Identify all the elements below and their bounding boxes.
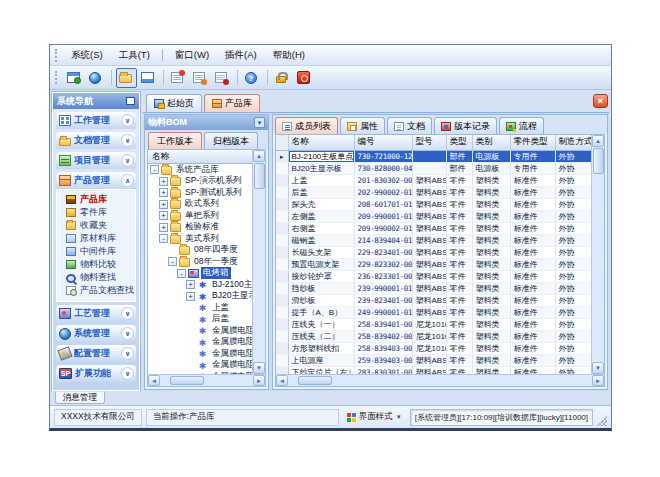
close-document-button[interactable] <box>593 94 608 108</box>
doc-new-button[interactable] <box>168 68 189 88</box>
navigation-panel-icon[interactable] <box>126 97 135 105</box>
column-header[interactable]: 类别 <box>472 135 510 150</box>
tree-horizontal-scrollbar[interactable] <box>148 374 265 386</box>
expand-icon[interactable]: + <box>159 188 168 197</box>
detail-tab[interactable]: 版本记录 <box>434 117 497 134</box>
table-row[interactable]: 长磁头支架229-823401-00X塑料ABS零件塑料类标准件外协条 <box>276 246 605 258</box>
tree-item[interactable]: +单把系列 <box>148 210 252 222</box>
table-row[interactable]: 探头壳208-601701-01X塑料ABS零件塑料类标准件外协条 <box>276 198 605 210</box>
table-row[interactable]: 方形塑料线扣258-839403-00X尼龙1010零件塑料类标准件外协条 <box>276 342 605 354</box>
column-header[interactable]: 编号 <box>354 135 412 150</box>
help-button[interactable] <box>242 68 263 88</box>
table-row[interactable]: 滑纱板239-823401-00X塑料ABS零件塑料类标准件外协条 <box>276 294 605 306</box>
collapse-icon[interactable]: - <box>168 257 177 266</box>
tree-column-header[interactable]: 名称 <box>148 150 252 164</box>
globe-button[interactable] <box>86 68 107 88</box>
collapse-icon[interactable]: - <box>159 234 168 243</box>
table-row[interactable]: 后盖202-990002-01X塑料ABS零件塑料类标准件外协条 <box>276 186 605 198</box>
table-row[interactable]: 左侧盖209-990001-01X塑料ABS零件塑料类标准件外协条 <box>276 210 605 222</box>
chevron-down-icon[interactable]: ∨ <box>121 154 134 167</box>
scroll-down-button[interactable] <box>592 362 604 374</box>
menu-item[interactable]: 工具(T) <box>111 47 158 64</box>
doc-close-button[interactable] <box>212 68 233 88</box>
chevron-down-icon[interactable]: ∨ <box>121 367 134 380</box>
detail-tab[interactable]: 属性 <box>340 117 385 134</box>
collapse-icon[interactable]: - <box>150 165 159 174</box>
column-header[interactable]: 类型 <box>446 135 472 150</box>
menu-item[interactable]: 帮助(H) <box>265 47 313 64</box>
tree-item[interactable]: +检验标准 <box>148 222 252 234</box>
version-tab[interactable]: 归档版本 <box>204 132 258 149</box>
tree-vertical-scrollbar[interactable] <box>252 150 265 374</box>
chevron-down-icon[interactable]: ∨ <box>121 347 134 360</box>
table-row[interactable]: 挡纱板239-990001-01X塑料ABS零件塑料类标准件外协条 <box>276 282 605 294</box>
tree-item[interactable]: -08年一季度 <box>148 256 252 268</box>
sidebar-item[interactable]: 原材料库 <box>57 232 135 245</box>
table-row[interactable]: ▸BJ-2100主板单点730-721000-12X部件电源板专用件外协颗 <box>276 150 605 162</box>
expand-icon[interactable]: + <box>159 177 168 186</box>
expand-icon[interactable]: + <box>186 280 195 289</box>
exit-button[interactable] <box>294 68 315 88</box>
chevron-down-icon[interactable]: ∨ <box>121 327 134 340</box>
grid-horizontal-scrollbar[interactable] <box>276 374 604 386</box>
lock-button[interactable] <box>272 68 293 88</box>
column-header[interactable]: 零件类型 <box>510 135 555 150</box>
table-row[interactable]: 右侧盖209-990002-01X塑料ABS零件塑料类标准件外协条 <box>276 222 605 234</box>
expand-icon[interactable]: + <box>186 292 195 301</box>
table-row[interactable]: BJ20主显示板730-828000-04X部件电源板专用件外协颗 <box>276 162 605 174</box>
table-row[interactable]: 压线夹（二）258-839402-00X尼龙1010零件塑料类标准件外协条 <box>276 330 605 342</box>
chevron-down-icon[interactable]: ∨ <box>121 307 134 320</box>
chevron-up-icon[interactable]: ∧ <box>121 174 134 187</box>
menubar-grip[interactable] <box>55 49 60 62</box>
detail-tab[interactable]: 成员列表 <box>275 117 338 134</box>
tree-item[interactable]: +欧式系列 <box>148 199 252 211</box>
chevron-down-icon[interactable]: ∨ <box>121 114 134 127</box>
table-row[interactable]: 接纱轮护罩236-823301-00X塑料ABS零件塑料类标准件外协条 <box>276 270 605 282</box>
sidebar-group-header[interactable]: 系统管理∨ <box>56 325 136 342</box>
sidebar-group-header[interactable]: 配置管理∨ <box>56 345 136 362</box>
table-row[interactable]: 上盖201-830302-00X塑料ABS零件塑料类标准件外协条 <box>276 174 605 186</box>
sidebar-item[interactable]: 收藏夹 <box>57 219 135 232</box>
scrollbar-thumb[interactable] <box>593 148 604 174</box>
ui-style-selector[interactable]: 界面样式 ▼ <box>343 409 406 425</box>
sidebar-group-header[interactable]: 项目管理∨ <box>56 152 136 169</box>
scrollbar-thumb[interactable] <box>298 376 332 385</box>
scrollbar-thumb[interactable] <box>170 376 204 385</box>
tree-item[interactable]: -系统产品库 <box>148 164 252 176</box>
tree-item[interactable]: 金属膜电阻器 <box>148 325 252 337</box>
table-row[interactable]: 预置电源支架229-823302-00X塑料ABS零件塑料类标准件外协条 <box>276 258 605 270</box>
expand-icon[interactable]: + <box>159 211 168 220</box>
bom-panel-menu-button[interactable] <box>254 117 265 128</box>
collapse-icon[interactable]: - <box>177 269 186 278</box>
open-folder-button[interactable] <box>116 68 137 88</box>
scroll-right-button[interactable] <box>253 375 265 386</box>
menu-item[interactable]: 插件(A) <box>217 47 265 64</box>
scroll-right-button[interactable] <box>592 375 604 386</box>
window-list-button[interactable] <box>138 68 159 88</box>
scroll-down-button[interactable] <box>253 362 265 374</box>
resize-grip[interactable] <box>597 416 607 426</box>
table-row[interactable]: 压线夹（一）258-839401-00X尼龙1010零件塑料类标准件外协条 <box>276 318 605 330</box>
menu-item[interactable]: 窗口(W) <box>167 47 217 64</box>
scroll-up-button[interactable] <box>592 135 604 147</box>
table-row[interactable]: 上电源座259-839403-00X塑料ABS零件塑料类标准件外协条 <box>276 354 605 366</box>
grid-vertical-scrollbar[interactable] <box>591 135 604 374</box>
tree-item[interactable]: -美式系列 <box>148 233 252 245</box>
detail-tab[interactable]: 流程 <box>499 117 544 134</box>
chevron-down-icon[interactable]: ∨ <box>121 134 134 147</box>
tree-item[interactable]: -电烤箱 <box>148 268 252 280</box>
table-row[interactable]: 提手（A、B）249-990001-01X塑料ABS零件塑料类标准件外协条 <box>276 306 605 318</box>
tree-item[interactable]: +BJ-2100主板单点 <box>148 279 252 291</box>
menu-item[interactable]: 系统(S) <box>63 47 111 64</box>
scroll-left-button[interactable] <box>276 375 288 386</box>
new-window-button[interactable] <box>64 68 85 88</box>
expand-icon[interactable]: + <box>159 200 168 209</box>
tree-item[interactable]: +BJ20主显示板 <box>148 291 252 303</box>
sidebar-item[interactable]: 产品库 <box>57 193 135 206</box>
tree-item[interactable]: 后盖 <box>148 314 252 326</box>
column-header[interactable]: 名称 <box>288 135 354 150</box>
detail-tab[interactable]: 文档 <box>387 117 432 134</box>
sidebar-item[interactable]: 物料比较 <box>57 258 135 271</box>
tree-item[interactable]: +SP-测试机系列 <box>148 187 252 199</box>
scroll-up-button[interactable] <box>253 150 265 162</box>
